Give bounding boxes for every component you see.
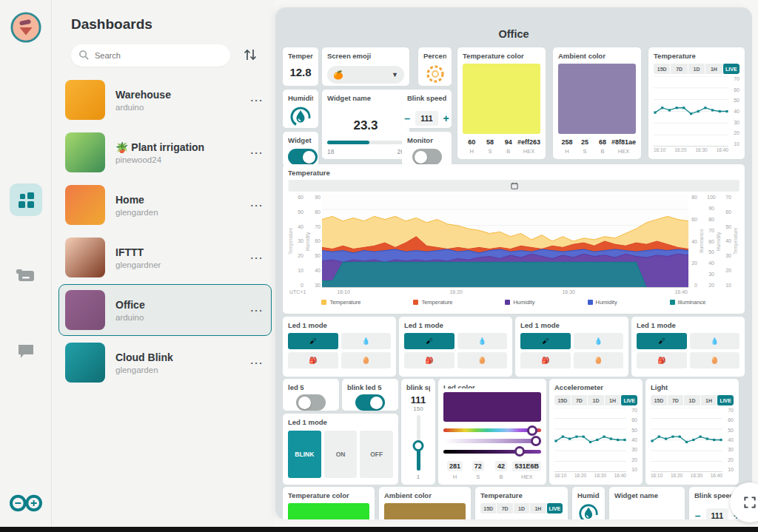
item-menu-button[interactable]: ··· [248,197,267,214]
tick-label: 16:30 [691,473,702,480]
mode-button-3[interactable]: 🎒 [637,352,687,368]
mode-button-4[interactable]: 🥚 [341,352,392,368]
hsb-column: 94B [499,138,517,155]
item-menu-button[interactable]: ··· [248,249,267,266]
item-menu-button[interactable]: ··· [248,302,267,319]
temperature-value: 12.8 [288,66,313,78]
tab-1h[interactable]: 1H [604,395,621,405]
monitor-toggle[interactable] [412,149,442,165]
time-range-tabs: 15D7D1D1HLIVE [654,64,739,74]
mode-button-4[interactable]: 🥚 [690,352,740,368]
tab-1h[interactable]: 1H [705,64,722,74]
color-swatch[interactable] [443,392,541,422]
hsb-column: 281H [443,458,466,480]
hsb-unit: HEX [611,148,636,155]
tab-1h[interactable]: 1H [700,395,717,405]
horizontal-slider[interactable] [327,141,404,144]
search-input[interactable] [71,44,230,67]
mode-button-3[interactable]: 🎒 [288,352,338,368]
sort-button[interactable] [241,46,261,65]
tick-label: 20 [296,253,303,258]
tab-live[interactable]: LIVE [546,503,563,514]
tab-15d[interactable]: 15D [554,395,571,405]
item-menu-button[interactable]: ··· [248,92,267,109]
widget-label: Ambient color [384,491,466,499]
hsb-values: 281H72S42B531E6BHEX [443,458,541,480]
mode-button-1[interactable]: 🖌 [637,333,687,349]
vertical-slider[interactable] [417,415,420,471]
mode-button-blink[interactable]: BLINK [288,431,321,478]
dashboards-grid-icon [19,192,34,208]
tab-1d[interactable]: 1D [587,395,604,405]
hue-slider[interactable] [443,428,541,432]
tick-label: 16:30 [695,147,707,155]
stepper-minus-button[interactable]: – [404,113,410,124]
calendar-tab[interactable] [288,180,739,192]
legend-entry: Temperature [321,299,360,306]
emoji-dropdown[interactable]: 🍊 ▼ [327,66,404,84]
dashboard-item-cloud-blink[interactable]: Cloud Blinkglengarden··· [58,337,272,388]
slider-value: 111 [406,394,430,405]
tab-7d[interactable]: 7D [496,503,512,514]
blink-speed-stepper-widget: Blink speed – 111 + [402,90,452,128]
mode-button-off[interactable]: OFF [360,431,393,478]
nav-dashboards-button[interactable] [10,183,42,216]
mode-button-on[interactable]: ON [324,431,358,478]
saturation-slider[interactable] [443,439,541,442]
mode-button-2[interactable]: 💧 [690,333,740,349]
tab-15d[interactable]: 15D [651,395,667,405]
saturation-knob[interactable] [531,436,541,446]
item-menu-button[interactable]: ··· [248,354,267,371]
mode-button-2[interactable]: 💧 [574,333,624,349]
mode-button-2[interactable]: 💧 [457,333,508,349]
tab-1d[interactable]: 1D [683,395,700,405]
mode-button-3[interactable]: 🎒 [404,352,455,368]
hsb-unit: H [558,148,576,155]
sort-arrows-icon [241,46,259,64]
brightness-slider[interactable] [443,450,541,454]
blink-led5-toggle[interactable] [355,394,385,411]
tab-7d[interactable]: 7D [670,64,687,74]
mode-button-4[interactable]: 🥚 [457,352,508,368]
widget-n-toggle[interactable] [288,149,318,165]
humidity-droplet-icon [289,106,312,128]
x-axis-ticks: 16:1016:2016:3016:40 [337,289,688,294]
tab-live[interactable]: LIVE [620,395,637,405]
slider-knob[interactable] [413,440,424,451]
tab-live[interactable]: LIVE [717,395,734,405]
led5-toggle[interactable] [296,394,326,411]
mode-button-1[interactable]: 🖌 [404,333,455,349]
mode-button-4[interactable]: 🥚 [574,352,624,368]
nav-devices-button[interactable] [10,259,42,292]
tab-1d[interactable]: 1D [688,64,705,74]
color-swatch[interactable] [463,64,540,134]
color-swatch[interactable] [384,503,466,519]
mode-button-2[interactable]: 💧 [341,333,392,349]
dashboard-item-ifttt[interactable]: IFTTTglengardner··· [58,232,272,283]
item-menu-button[interactable]: ··· [248,144,267,161]
color-swatch[interactable] [288,503,369,519]
tab-1h[interactable]: 1H [529,503,546,514]
dashboard-item-office[interactable]: Officearduino··· [58,284,272,336]
user-avatar[interactable] [10,12,41,43]
mode-button-3[interactable]: 🎒 [520,352,571,368]
dashboard-item-warehouse[interactable]: Warehousearduino··· [58,74,272,126]
stepper-plus-button[interactable]: + [443,113,449,124]
brightness-knob[interactable] [514,446,525,457]
dashboard-item-home[interactable]: Homeglengarden··· [58,179,272,231]
tab-7d[interactable]: 7D [667,395,684,405]
y-axis-ticks: 70605040302010 [728,76,739,147]
tab-1d[interactable]: 1D [513,503,529,514]
tab-live[interactable]: LIVE [722,64,739,74]
tab-15d[interactable]: 15D [654,64,670,74]
legend-swatch [588,300,593,305]
dashboard-item--plant-irrigation[interactable]: 🪴 Plant irrigationpinewood24··· [58,127,272,178]
tab-7d[interactable]: 7D [571,395,588,405]
nav-messages-button[interactable] [10,334,42,367]
mode-button-1[interactable]: 🖌 [520,333,571,349]
tab-15d[interactable]: 15D [480,503,496,514]
color-swatch[interactable] [558,64,636,134]
hue-knob[interactable] [527,425,537,436]
mode-button-1[interactable]: 🖌 [288,333,338,349]
stepper-minus-button[interactable]: – [695,511,701,519]
